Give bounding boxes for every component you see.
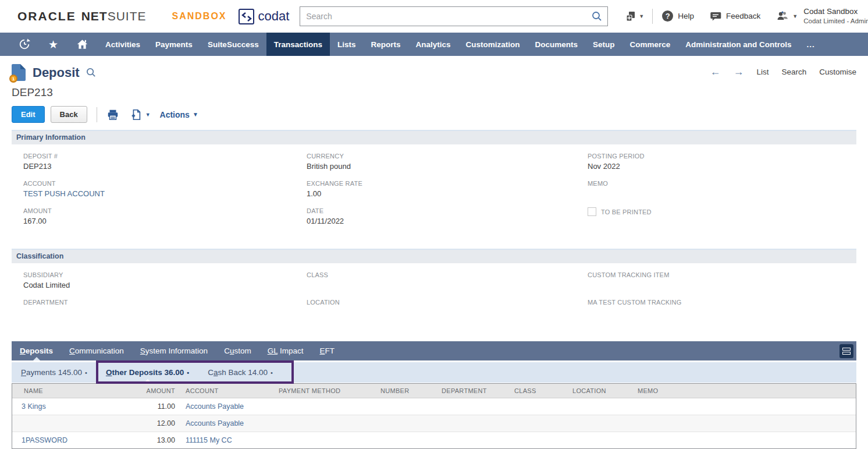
field-location: LOCATION bbox=[307, 299, 588, 317]
tab-eft[interactable]: EFT bbox=[311, 341, 343, 360]
field-to-be-printed: TO BE PRINTED bbox=[588, 207, 856, 216]
account-cell-link[interactable]: 111115 My CC bbox=[186, 436, 232, 444]
actions-menu[interactable]: Actions ▼ bbox=[160, 110, 198, 119]
deposit-subtabs: Payments 145.00 • Other Deposits 36.00 •… bbox=[12, 362, 856, 383]
field-amount: AMOUNT 167.00 bbox=[23, 207, 307, 226]
print-icon[interactable] bbox=[106, 108, 119, 121]
feedback-icon bbox=[709, 10, 721, 22]
feedback-menu[interactable]: Feedback bbox=[709, 10, 760, 22]
subtab-other-deposits[interactable]: Other Deposits 36.00 • bbox=[97, 362, 198, 383]
tab-custom[interactable]: Custom bbox=[216, 341, 259, 360]
table-row: 1PASSWORD 13.00 111115 My CC bbox=[12, 432, 856, 449]
subtab-payments[interactable]: Payments 145.00 • bbox=[12, 362, 97, 383]
classification-section: Classification SUBSIDIARY Codat Limited … bbox=[12, 249, 856, 326]
tab-deposits[interactable]: Deposits bbox=[12, 341, 61, 360]
cell-number bbox=[376, 398, 437, 415]
search-link[interactable]: Search bbox=[781, 68, 806, 76]
cell-payment-method bbox=[274, 415, 376, 432]
sandbox-badge: SANDBOX bbox=[172, 11, 227, 22]
col-header-location[interactable]: LOCATION bbox=[568, 384, 633, 398]
cell-department bbox=[437, 432, 510, 449]
field-subsidiary: SUBSIDIARY Codat Limited bbox=[23, 271, 307, 290]
col-header-number[interactable]: NUMBER bbox=[376, 384, 437, 398]
field-ma-test-custom-tracking: MA TEST CUSTOM TRACKING bbox=[588, 299, 856, 317]
field-currency: CURRENCY British pound bbox=[307, 153, 588, 171]
nav-item-commerce[interactable]: Commerce bbox=[622, 33, 678, 56]
tab-gl-impact[interactable]: GL Impact bbox=[259, 341, 312, 360]
nav-overflow-menu[interactable]: ... bbox=[799, 33, 823, 56]
codat-wordmark: codat bbox=[258, 9, 290, 24]
deposit-record-icon: 1 bbox=[12, 64, 26, 81]
cell-amount: 11.00 bbox=[137, 398, 181, 415]
subtab-cash-back[interactable]: Cash Back 14.00 • bbox=[198, 362, 282, 383]
role-menu[interactable]: ▼ bbox=[775, 10, 798, 23]
nav-item-analytics[interactable]: Analytics bbox=[408, 33, 458, 56]
record-search-icon[interactable] bbox=[86, 67, 97, 78]
nav-item-activities[interactable]: Activities bbox=[98, 33, 148, 56]
main-nav: ★ Activities Payments SuiteSuccess Trans… bbox=[0, 33, 868, 56]
expand-collapse-subtabs-icon[interactable] bbox=[839, 344, 853, 358]
list-link[interactable]: List bbox=[756, 68, 769, 76]
cell-payment-method bbox=[274, 398, 376, 415]
global-search-input[interactable] bbox=[300, 6, 608, 26]
nav-item-reports[interactable]: Reports bbox=[363, 33, 408, 56]
previous-record-arrow[interactable]: ← bbox=[710, 66, 720, 77]
user-block[interactable]: Codat Sandbox Codat Limited - Administra… bbox=[803, 6, 868, 26]
roles-icon bbox=[775, 10, 791, 23]
home-icon[interactable] bbox=[67, 33, 98, 56]
cell-amount: 12.00 bbox=[137, 415, 181, 432]
help-menu[interactable]: ? Help bbox=[662, 10, 694, 22]
next-record-arrow[interactable]: → bbox=[733, 66, 744, 77]
nav-item-transactions[interactable]: Transactions bbox=[266, 33, 330, 56]
create-new-menu[interactable]: ▼ bbox=[624, 10, 644, 23]
header-actions: ▼ ? Help Feedback bbox=[624, 6, 868, 26]
chevron-down-icon: ▼ bbox=[193, 111, 198, 118]
recent-records-icon[interactable] bbox=[9, 33, 40, 56]
record-tabs: Deposits Communication System Informatio… bbox=[12, 341, 856, 360]
tab-communication[interactable]: Communication bbox=[61, 341, 132, 360]
cell-class bbox=[510, 398, 568, 415]
col-header-memo[interactable]: MEMO bbox=[633, 384, 856, 398]
cell-payment-method bbox=[274, 432, 376, 449]
col-header-account[interactable]: ACCOUNT bbox=[181, 384, 274, 398]
chevron-down-icon: ▼ bbox=[145, 112, 151, 118]
shortcuts-star-icon[interactable]: ★ bbox=[40, 33, 67, 56]
deposit-name-link[interactable]: 1PASSWORD bbox=[22, 436, 67, 444]
account-role: Codat Limited - Administrator bbox=[803, 17, 868, 26]
table-row: 12.00 Accounts Payable bbox=[12, 415, 856, 432]
nav-item-lists[interactable]: Lists bbox=[330, 33, 364, 56]
col-header-payment-method[interactable]: PAYMENT METHOD bbox=[274, 384, 376, 398]
account-cell-link[interactable]: Accounts Payable bbox=[186, 419, 244, 427]
nav-item-payments[interactable]: Payments bbox=[148, 33, 200, 56]
nav-item-customization[interactable]: Customization bbox=[458, 33, 528, 56]
nav-item-setup[interactable]: Setup bbox=[585, 33, 622, 56]
account-cell-link[interactable]: Accounts Payable bbox=[186, 402, 244, 411]
field-exchange-rate: EXCHANGE RATE 1.00 bbox=[307, 180, 588, 199]
cell-memo bbox=[633, 432, 856, 449]
col-header-class[interactable]: CLASS bbox=[510, 384, 568, 398]
tab-system-information[interactable]: System Information bbox=[132, 341, 216, 360]
col-header-department[interactable]: DEPARTMENT bbox=[437, 384, 510, 398]
coin-icon: 1 bbox=[9, 75, 17, 83]
to-be-printed-checkbox[interactable] bbox=[588, 207, 596, 216]
feedback-label: Feedback bbox=[726, 12, 760, 20]
record-id: DEP213 bbox=[12, 86, 856, 99]
back-button[interactable]: Back bbox=[51, 106, 87, 123]
col-header-amount[interactable]: AMOUNT bbox=[137, 384, 181, 398]
cell-number bbox=[376, 415, 437, 432]
nav-item-suitesuccess[interactable]: SuiteSuccess bbox=[200, 33, 266, 56]
edit-button[interactable]: Edit bbox=[12, 106, 45, 123]
customise-link[interactable]: Customise bbox=[819, 68, 856, 76]
field-department: DEPARTMENT bbox=[23, 299, 307, 317]
deposit-name-link[interactable]: 3 Kings bbox=[22, 402, 46, 411]
nav-item-documents[interactable]: Documents bbox=[528, 33, 586, 56]
cell-department bbox=[437, 398, 510, 415]
col-header-name[interactable]: NAME bbox=[12, 384, 137, 398]
account-link[interactable]: TEST PUSH ACCOUNT bbox=[23, 189, 307, 199]
search-icon[interactable] bbox=[591, 10, 603, 22]
cell-location bbox=[568, 398, 633, 415]
table-header-row: NAME AMOUNT ACCOUNT PAYMENT METHOD NUMBE… bbox=[12, 384, 856, 398]
codat-logo: codat bbox=[239, 9, 290, 24]
export-add-icon[interactable]: ▼ bbox=[129, 108, 151, 121]
nav-item-administration-and-controls[interactable]: Administration and Controls bbox=[678, 33, 799, 56]
